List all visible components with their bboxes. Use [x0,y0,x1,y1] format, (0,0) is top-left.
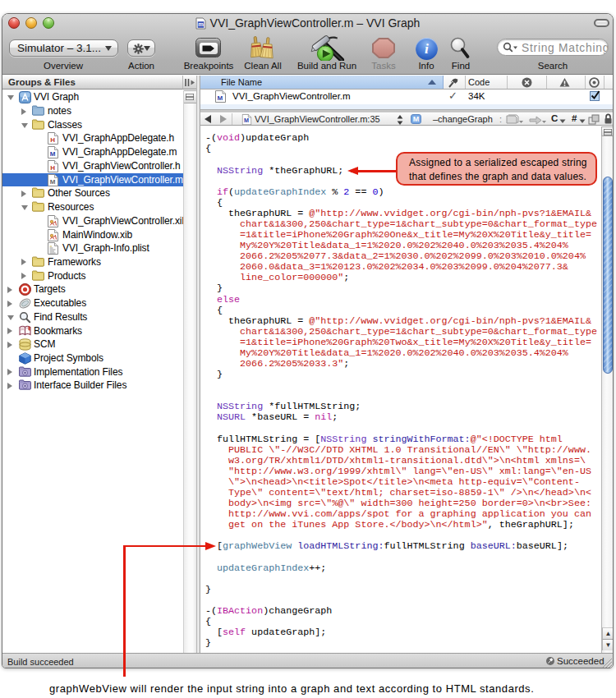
svg-text:H: H [50,136,55,144]
svg-text:m: m [198,21,204,28]
svg-text:H: H [50,164,55,172]
svg-text:M: M [244,117,249,124]
svg-text:M: M [50,177,56,185]
svg-text:M: M [217,94,223,102]
svg-text:M: M [50,150,56,158]
